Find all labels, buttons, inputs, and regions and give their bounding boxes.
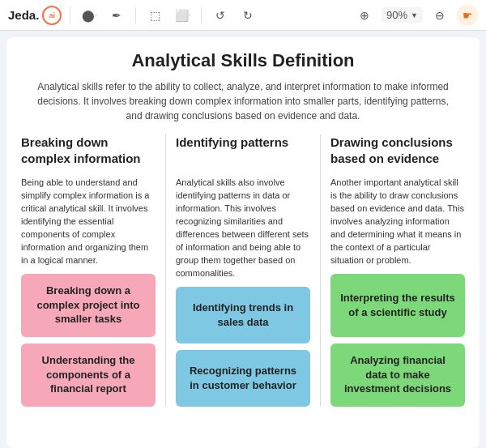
zoom-control[interactable]: 90% ▼ [382,7,423,23]
column-patterns: Identifying patterns Analytical skills a… [176,134,310,407]
column-conclusions: Drawing conclusions based on evidence An… [330,134,465,407]
zoom-chevron-icon: ▼ [411,11,418,19]
card-customer-behavior-text: Recognizing patterns in customer behavio… [184,364,302,392]
column-divider-1 [165,134,166,407]
select-tool-icon[interactable]: ⬚ [144,5,165,26]
shapes-tool-icon[interactable]: ⬜· [172,5,193,26]
column-divider-2 [320,134,321,407]
col3-header: Drawing conclusions based on evidence [330,134,465,170]
page-subtitle: Analytical skills refer to the ability t… [32,79,454,123]
zoom-in-icon[interactable]: ⊕ [354,5,375,26]
toolbar-separator-3 [201,7,202,23]
col1-header: Breaking down complex information [21,134,156,170]
page-title: Analytical Skills Definition [21,50,465,71]
toolbar: Jeda. ai ⬤· ✒ ⬚ ⬜· ↺ ↻ ⊕ 90% ▼ ⊖ ☛ [0,0,486,31]
zoom-out-icon[interactable]: ⊖ [429,5,450,26]
brand-logo[interactable]: Jeda. ai [8,6,62,25]
ai-badge[interactable]: ai [42,6,62,25]
col1-body: Being able to understand and simplify co… [21,177,156,267]
col2-body: Analytical skills also involve identifyi… [176,177,310,280]
toolbar-separator-1 [70,7,70,23]
grab-tool-icon[interactable]: ☛ [457,5,478,26]
zoom-value: 90% [386,9,407,21]
card-investment-decisions[interactable]: Analyzing financial data to make investm… [330,343,465,407]
card-financial-report[interactable]: Understanding the components of a financ… [21,343,156,407]
card-customer-behavior[interactable]: Recognizing patterns in customer behavio… [176,350,310,407]
pen-tool-icon[interactable]: ✒ [106,5,127,26]
col2-header: Identifying patterns [176,134,310,170]
card-scientific-study[interactable]: Interpreting the results of a scientific… [330,274,465,337]
card-investment-decisions-text: Analyzing financial data to make investm… [339,353,457,396]
undo-icon[interactable]: ↺ [210,5,231,26]
card-complex-project-text: Breaking down a complex project into sma… [29,284,147,326]
main-canvas: Analytical Skills Definition Analytical … [6,37,480,448]
circle-tool-icon[interactable]: ⬤· [79,5,100,26]
card-sales-trends-text: Identifying trends in sales data [184,301,302,329]
col3-body: Another important analytical skill is th… [330,177,465,267]
card-financial-report-text: Understanding the components of a financ… [29,353,147,396]
brand-text: Jeda. [8,8,39,22]
card-sales-trends[interactable]: Identifying trends in sales data [176,287,310,343]
redo-icon[interactable]: ↻ [237,5,258,26]
card-scientific-study-text: Interpreting the results of a scientific… [339,291,457,319]
column-breaking-down: Breaking down complex information Being … [21,134,156,407]
card-complex-project[interactable]: Breaking down a complex project into sma… [21,274,156,337]
columns-container: Breaking down complex information Being … [21,134,465,407]
toolbar-separator-2 [135,7,136,23]
